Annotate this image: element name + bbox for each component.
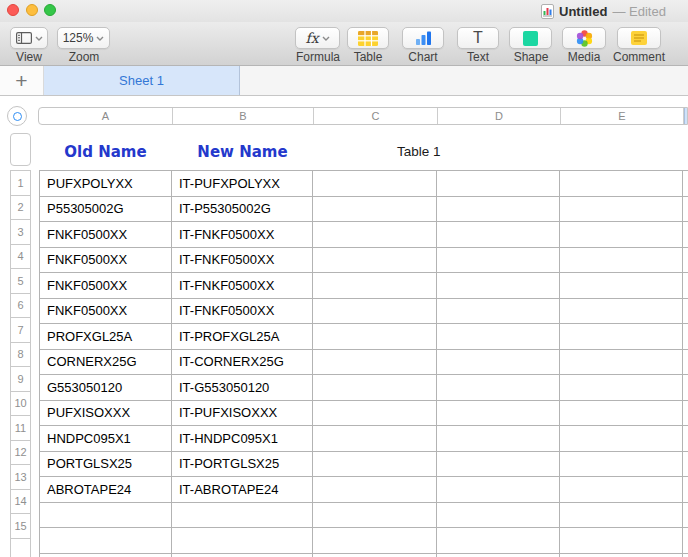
table-cell[interactable] bbox=[313, 477, 437, 503]
table-cell[interactable] bbox=[683, 299, 688, 325]
table-cell[interactable]: PORTGLSX25 bbox=[40, 452, 172, 478]
table-cell[interactable] bbox=[172, 503, 313, 529]
table-cell[interactable] bbox=[313, 452, 437, 478]
row-number[interactable]: 11 bbox=[10, 415, 31, 441]
row-number[interactable]: 14 bbox=[10, 489, 31, 515]
column-header-f-partial[interactable] bbox=[684, 108, 687, 124]
table-cell[interactable] bbox=[683, 503, 688, 529]
table-cell[interactable]: IT-PORTGLSX25 bbox=[172, 452, 313, 478]
table-cell[interactable] bbox=[560, 273, 683, 299]
row-number[interactable]: 8 bbox=[10, 342, 31, 368]
insert-chart-button[interactable] bbox=[402, 27, 444, 49]
table-cell[interactable] bbox=[313, 171, 437, 197]
row-number[interactable]: 12 bbox=[10, 440, 31, 466]
table-cell[interactable] bbox=[683, 375, 688, 401]
table-cell[interactable] bbox=[560, 528, 683, 554]
table-cell[interactable]: IT-FNKF0500XX bbox=[172, 248, 313, 274]
table-cell[interactable] bbox=[683, 171, 688, 197]
table-cell[interactable] bbox=[560, 426, 683, 452]
table-cell[interactable] bbox=[313, 299, 437, 325]
row-number[interactable]: 2 bbox=[10, 195, 31, 221]
table-cell[interactable] bbox=[560, 401, 683, 427]
table-cell[interactable]: IT-PUFXPOLYXX bbox=[172, 171, 313, 197]
table-cell[interactable] bbox=[313, 350, 437, 376]
table-cell[interactable]: FNKF0500XX bbox=[40, 273, 172, 299]
select-table-button[interactable] bbox=[7, 106, 27, 126]
table-cell[interactable]: HNDPC095X1 bbox=[40, 426, 172, 452]
row-number[interactable]: 1 bbox=[10, 170, 31, 196]
table-cell[interactable] bbox=[683, 401, 688, 427]
table-cell[interactable] bbox=[560, 248, 683, 274]
table-cell[interactable]: IT-P55305002G bbox=[172, 197, 313, 223]
table-cell[interactable] bbox=[437, 528, 560, 554]
table-cell[interactable] bbox=[437, 503, 560, 529]
table-cell[interactable] bbox=[313, 554, 437, 557]
column-header-b[interactable]: B bbox=[173, 108, 314, 124]
row-number[interactable]: 4 bbox=[10, 244, 31, 270]
table-cell[interactable] bbox=[560, 452, 683, 478]
table-cell[interactable] bbox=[437, 477, 560, 503]
table-cell[interactable]: PUFXISOXXX bbox=[40, 401, 172, 427]
table-cell[interactable] bbox=[560, 299, 683, 325]
table-cell[interactable] bbox=[560, 171, 683, 197]
table-cell[interactable] bbox=[40, 528, 172, 554]
row-number[interactable]: 3 bbox=[10, 219, 31, 245]
row-number[interactable]: 5 bbox=[10, 268, 31, 294]
row-header-cap[interactable] bbox=[10, 133, 31, 166]
table-cell[interactable] bbox=[437, 350, 560, 376]
table-cell[interactable] bbox=[437, 222, 560, 248]
column-header-e[interactable]: E bbox=[561, 108, 684, 124]
table-cell[interactable]: PUFXPOLYXX bbox=[40, 171, 172, 197]
table-cell[interactable]: FNKF0500XX bbox=[40, 248, 172, 274]
table-cell[interactable] bbox=[560, 350, 683, 376]
table-cell[interactable]: PROFXGL25A bbox=[40, 324, 172, 350]
table-cell[interactable] bbox=[683, 426, 688, 452]
insert-table-button[interactable] bbox=[347, 27, 389, 49]
zoom-dropdown[interactable]: 125% bbox=[57, 27, 110, 49]
table-cell[interactable] bbox=[683, 452, 688, 478]
table-cell[interactable] bbox=[683, 554, 688, 557]
table-cell[interactable]: IT-CORNERX25G bbox=[172, 350, 313, 376]
add-sheet-button[interactable]: + bbox=[0, 66, 44, 95]
column-header-d[interactable]: D bbox=[438, 108, 561, 124]
insert-shape-button[interactable] bbox=[509, 27, 552, 49]
row-number[interactable]: 7 bbox=[10, 317, 31, 343]
column-header-c[interactable]: C bbox=[314, 108, 438, 124]
column-header-a[interactable]: A bbox=[39, 108, 173, 124]
view-button[interactable] bbox=[10, 27, 48, 49]
table-cell[interactable] bbox=[683, 222, 688, 248]
table-title[interactable]: Table 1 bbox=[397, 144, 441, 159]
row-number[interactable]: 15 bbox=[10, 513, 31, 539]
table-cell[interactable] bbox=[172, 528, 313, 554]
close-window-button[interactable] bbox=[7, 4, 19, 16]
table-cell[interactable] bbox=[683, 248, 688, 274]
table-cell[interactable] bbox=[437, 554, 560, 557]
table-cell[interactable] bbox=[313, 426, 437, 452]
table-header-new-name[interactable]: New Name bbox=[172, 133, 313, 170]
row-number[interactable]: 6 bbox=[10, 293, 31, 319]
table-cell[interactable] bbox=[437, 452, 560, 478]
table-cell[interactable] bbox=[313, 324, 437, 350]
table-cell[interactable] bbox=[313, 375, 437, 401]
table-cell[interactable] bbox=[437, 248, 560, 274]
table-cell[interactable]: ABROTAPE24 bbox=[40, 477, 172, 503]
table-cell[interactable] bbox=[437, 375, 560, 401]
table-cell[interactable] bbox=[313, 273, 437, 299]
table-cell[interactable] bbox=[313, 197, 437, 223]
table-cell[interactable] bbox=[437, 426, 560, 452]
minimize-window-button[interactable] bbox=[26, 4, 38, 16]
row-number[interactable]: 10 bbox=[10, 391, 31, 417]
table-cell[interactable] bbox=[313, 503, 437, 529]
table-cell[interactable] bbox=[683, 324, 688, 350]
table-cell[interactable]: FNKF0500XX bbox=[40, 299, 172, 325]
table-cell[interactable] bbox=[437, 401, 560, 427]
table-cell[interactable] bbox=[560, 503, 683, 529]
table-cell[interactable] bbox=[560, 477, 683, 503]
table-cell[interactable] bbox=[683, 477, 688, 503]
table-cell[interactable]: IT-FNKF0500XX bbox=[172, 222, 313, 248]
row-number[interactable]: 9 bbox=[10, 366, 31, 392]
table-cell[interactable]: IT-FNKF0500XX bbox=[172, 273, 313, 299]
table-cell[interactable] bbox=[683, 197, 688, 223]
table-cell[interactable]: FNKF0500XX bbox=[40, 222, 172, 248]
table-cell[interactable] bbox=[560, 222, 683, 248]
